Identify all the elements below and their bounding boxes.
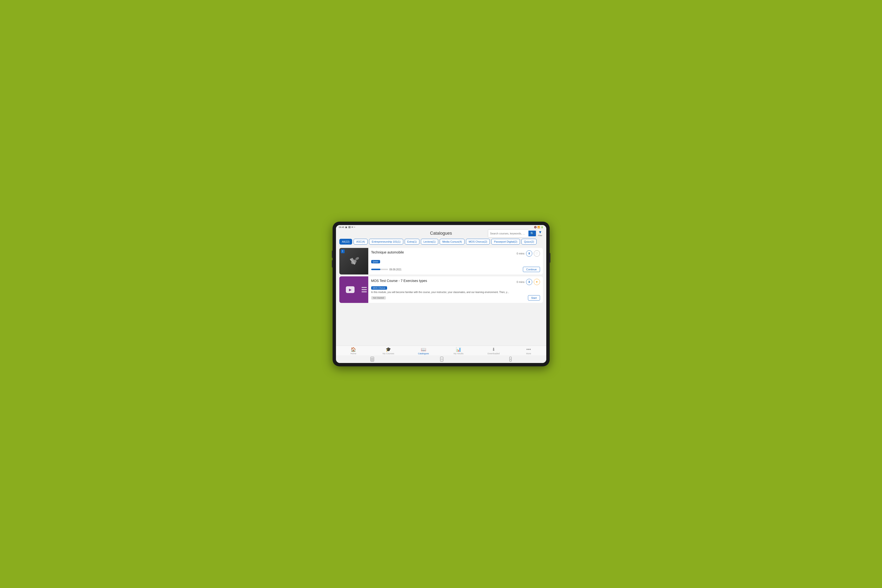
category-tabs: All(22) ASC(4) Entrepreneurship 101(1) E… xyxy=(336,237,546,246)
mute-icon: 🔇 xyxy=(534,226,537,228)
course-status-2: Not Started xyxy=(371,296,386,300)
course-date-1: 09.09.2021 xyxy=(390,268,402,271)
wrench-svg xyxy=(346,255,361,267)
course-tag-area-1: Quizz xyxy=(371,259,540,264)
line-1 xyxy=(362,287,367,288)
home-icon: 🏠 xyxy=(351,347,356,352)
course-tag-2: MOS Chorus xyxy=(371,286,387,290)
tablet-screen: 09:48 ▣ 🖼 ✉ • 🔇 📶 🔋 Catalogues 🔍 xyxy=(336,225,546,363)
course-title-1: Technique automobile xyxy=(371,250,404,254)
status-right: 🔇 📶 🔋 xyxy=(534,226,543,228)
mail-icon: ✉ xyxy=(351,226,353,228)
line-2 xyxy=(362,289,367,290)
battery-icon: 🔋 xyxy=(541,226,543,228)
download-button-2[interactable]: ⬇ xyxy=(526,279,532,285)
course-list: ! Technique automobile 0 mins ⬇ ♡ xyxy=(336,246,546,346)
favorite-button-2[interactable]: ♥ xyxy=(534,279,540,285)
course-duration-2: 0 mins xyxy=(517,280,524,284)
nav-home-label: Home xyxy=(350,352,356,355)
filter-button[interactable]: ▼ Filter xyxy=(538,230,542,237)
photo-icon: 🖼 xyxy=(348,226,350,228)
volume-up-button[interactable] xyxy=(332,250,333,258)
course-card-1: ! Technique automobile 0 mins ⬇ ♡ xyxy=(339,248,543,274)
favorite-button-1[interactable]: ♡ xyxy=(534,250,540,256)
exclamation-badge: ! xyxy=(341,249,345,253)
chart-icon: 📊 xyxy=(456,347,461,352)
nav-more[interactable]: ••• More xyxy=(511,347,546,355)
nav-catalogues[interactable]: 📖 Catalogues xyxy=(406,347,441,355)
course-bottom-2: Not Started Start xyxy=(371,295,540,300)
category-tab-mos-chorus[interactable]: MOS Chorus(2) xyxy=(466,239,490,244)
more-icon: ••• xyxy=(526,347,531,352)
android-recent-button[interactable]: ||| xyxy=(370,357,374,362)
book-icon: 📖 xyxy=(421,347,426,352)
power-button[interactable] xyxy=(549,253,550,262)
category-tab-all[interactable]: All(22) xyxy=(339,239,352,244)
category-tab-lectora[interactable]: Lectora(1) xyxy=(421,239,438,244)
course-duration-1: 0 mins xyxy=(517,252,524,255)
course-tag-area-2: MOS Chorus xyxy=(371,285,540,291)
tablet-device: 09:48 ▣ 🖼 ✉ • 🔇 📶 🔋 Catalogues 🔍 xyxy=(333,222,550,366)
course-title-2: MOS Test Course - 7 Exercises types xyxy=(371,279,427,283)
nav-downloaded[interactable]: ⬇ Downloaded xyxy=(476,347,511,355)
nav-downloaded-label: Downloaded xyxy=(488,352,500,355)
play-icon: ▶ xyxy=(346,286,354,293)
search-button[interactable]: 🔍 xyxy=(528,231,536,236)
android-navigation: ||| ○ ‹ xyxy=(336,355,546,363)
course-actions-2: ⬇ ♥ xyxy=(526,279,540,285)
nav-more-label: More xyxy=(526,352,531,355)
graduation-icon: 🎓 xyxy=(386,347,391,352)
nav-home[interactable]: 🏠 Home xyxy=(336,347,371,355)
nav-my-courses-label: My Courses xyxy=(382,352,394,355)
download-button-1[interactable]: ⬇ xyxy=(526,250,532,256)
category-tab-entrepreneurship[interactable]: Entrepreneurship 101(1) xyxy=(369,239,403,244)
category-tab-passeport-digital[interactable]: Passeport Digital(2) xyxy=(491,239,520,244)
progress-fill-1 xyxy=(371,268,381,270)
course-bottom-1: 09.09.2021 Continue xyxy=(371,267,540,272)
progress-area-1: 09.09.2021 xyxy=(371,268,402,271)
progress-bar-1 xyxy=(371,268,388,270)
course-thumbnail-2: ▶ xyxy=(339,276,368,303)
search-container: 🔍 xyxy=(488,230,536,238)
download-nav-icon: ⬇ xyxy=(492,347,495,352)
category-tab-asc[interactable]: ASC(4) xyxy=(354,239,368,244)
nav-catalogues-label: Catalogues xyxy=(418,352,429,355)
course-top-1: Technique automobile 0 mins ⬇ ♡ xyxy=(371,250,540,256)
volume-down-button[interactable] xyxy=(332,260,333,267)
play-icon-wrap: ▶ xyxy=(346,286,354,293)
course-description-2: In this module, you will become familiar… xyxy=(371,291,540,294)
sim-icon: ▣ xyxy=(345,226,347,228)
nav-my-courses[interactable]: 🎓 My Courses xyxy=(371,347,406,355)
course-top-2: MOS Test Course - 7 Exercises types 0 mi… xyxy=(371,279,540,285)
course-info-1: Technique automobile 0 mins ⬇ ♡ Quizz xyxy=(368,248,543,274)
course-info-2: MOS Test Course - 7 Exercises types 0 mi… xyxy=(368,276,543,303)
course-tag-1: Quizz xyxy=(371,260,380,263)
thumbnail-image-2: ▶ xyxy=(339,276,368,303)
category-tab-extra[interactable]: Extra(1) xyxy=(405,239,419,244)
dot-indicator: • xyxy=(354,226,355,228)
time-display: 09:48 xyxy=(339,226,344,228)
category-tab-media-cursus[interactable]: Media Cursus(4) xyxy=(440,239,465,244)
filter-icon: ▼ xyxy=(538,230,542,234)
filter-label: Filter xyxy=(538,234,542,237)
course-actions-1: ⬇ ♡ xyxy=(526,250,540,256)
lines-icon xyxy=(362,287,367,292)
page-title: Catalogues xyxy=(430,231,452,236)
android-home-button[interactable]: ○ xyxy=(440,357,443,362)
nav-my-results[interactable]: 📊 My results xyxy=(441,347,476,355)
category-tab-quizz[interactable]: Quizz(2) xyxy=(521,239,537,244)
bottom-navigation: 🏠 Home 🎓 My Courses 📖 Catalogues 📊 My re… xyxy=(336,346,546,355)
search-input[interactable] xyxy=(490,232,528,235)
status-bar: 09:48 ▣ 🖼 ✉ • 🔇 📶 🔋 xyxy=(336,225,546,230)
continue-button-1[interactable]: Continue xyxy=(523,267,540,272)
search-area: 🔍 ▼ Filter xyxy=(488,230,542,238)
status-left: 09:48 ▣ 🖼 ✉ • xyxy=(339,226,355,228)
line-3 xyxy=(362,291,367,292)
android-back-button[interactable]: ‹ xyxy=(509,357,512,362)
search-icon: 🔍 xyxy=(530,232,534,235)
start-button-2[interactable]: Start xyxy=(528,295,540,300)
page-header: Catalogues 🔍 ▼ Filter xyxy=(336,230,546,237)
course-card-2: ▶ MOS Test Course - 7 Exercises types xyxy=(339,276,543,303)
course-thumbnail-1: ! xyxy=(339,248,368,274)
nav-my-results-label: My results xyxy=(454,352,464,355)
